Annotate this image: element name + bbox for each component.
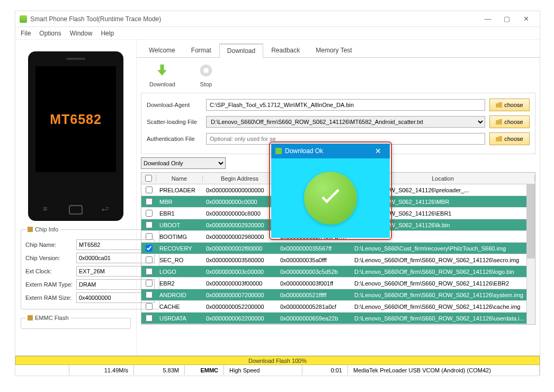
cell-begin: 0x0000000052200000 (203, 304, 277, 310)
phone-speaker-icon (66, 58, 85, 60)
emmc-flash-panel: EMMC Flash (21, 315, 131, 329)
toolbar: Download Stop (137, 58, 540, 93)
cell-location: D:\Lenovo_S660\Cust_firm\recovery\PhilzT… (351, 245, 535, 252)
cell-location: D:\Lenovo_S660\Off_firm\S660_ROW_S062_14… (351, 257, 535, 263)
chip-label: MT6582 (50, 112, 102, 127)
table-row[interactable]: EBR2 0x0000000003f00000 0x0000000003f001… (141, 278, 535, 289)
choose-scatter-button[interactable]: choose (489, 115, 530, 128)
cell-name: LOGO (156, 269, 203, 275)
tab-welcome[interactable]: Welcome (141, 43, 183, 58)
folder-icon (496, 136, 502, 141)
phone-home-icon (69, 205, 83, 215)
row-checkbox[interactable] (146, 315, 153, 322)
download-arrow-icon (155, 63, 169, 79)
cell-begin: 0x0000000002920000 (203, 222, 277, 228)
cell-name: MBR (156, 199, 203, 205)
table-row[interactable]: SEC_RO 0x0000000003580000 0x000000035a0f… (141, 254, 535, 266)
status-speed: 11.49M/s (69, 365, 134, 375)
chip-info-label: Chip Name: (25, 242, 76, 248)
dialog-title-text: Download Ok (285, 147, 323, 155)
app-icon (20, 15, 27, 23)
tab-memory-test[interactable]: Memory Test (308, 43, 360, 58)
cell-begin: 0x0000000003c00000 (203, 269, 277, 275)
table-row[interactable]: ANDROID 0x0000000007200000 0x0000000521f… (141, 289, 535, 301)
row-checkbox[interactable] (146, 233, 153, 240)
menu-window[interactable]: Window (70, 30, 93, 37)
success-check-icon (304, 172, 357, 225)
cell-begin: 0x0000000003580000 (203, 257, 277, 263)
cell-name: SEC_RO (156, 257, 203, 263)
row-checkbox[interactable] (146, 303, 153, 310)
scatter-file-label: Scatter-loading File (147, 119, 206, 125)
choose-auth-button[interactable]: choose (489, 132, 530, 145)
row-checkbox[interactable] (146, 280, 153, 287)
cell-name: CACHE (156, 304, 203, 310)
chip-info-label: Ext Clock: (25, 268, 76, 274)
stop-icon (199, 63, 213, 79)
left-panel: MT6582 ≡ ⮐ Chip Info Chip Name:Chip Vers… (15, 40, 136, 355)
cell-end: 0x000000035a0fff (277, 257, 351, 263)
maximize-button[interactable]: ▢ (497, 13, 516, 25)
row-checkbox[interactable] (146, 268, 153, 275)
table-row[interactable]: CACHE 0x0000000052200000 0x000000005281a… (141, 301, 535, 313)
cell-begin: 0x0000000007200000 (203, 292, 277, 298)
folder-icon (496, 119, 502, 124)
menubar: File Options Window Help (15, 27, 540, 40)
cell-location: D:\Lenovo_S660\Off_firm\S660_ROW_S062_14… (351, 280, 535, 287)
phone-preview: MT6582 ≡ ⮐ (28, 51, 123, 221)
cell-begin: 0x0000000003f00000 (203, 280, 277, 287)
tab-download[interactable]: Download (219, 43, 263, 58)
menu-help[interactable]: Help (101, 30, 114, 37)
cell-begin: 0x0000000000000000 (203, 187, 277, 193)
download-mode-select[interactable]: Download Only (141, 157, 226, 169)
chip-info-label: Extern RAM Size: (25, 295, 76, 301)
download-agent-input[interactable] (206, 99, 485, 111)
choose-agent-button[interactable]: choose (489, 99, 530, 111)
svg-rect-1 (204, 68, 209, 73)
cell-begin: 0x0000000002980000 (203, 234, 277, 240)
row-checkbox[interactable] (146, 245, 153, 252)
cell-begin: 0x0000000002f80000 (203, 245, 277, 252)
status-mode: High Speed (224, 365, 302, 375)
row-checkbox[interactable] (146, 291, 153, 298)
cell-name: UBOOT (156, 222, 203, 228)
download-button[interactable]: Download (149, 63, 175, 87)
row-checkbox[interactable] (146, 198, 153, 205)
table-scrollbar[interactable] (526, 184, 535, 324)
flash-icon (28, 315, 33, 320)
select-all-checkbox[interactable] (145, 175, 152, 182)
cell-end: 0x0000000521fffff (277, 292, 351, 298)
row-checkbox[interactable] (146, 256, 153, 263)
tab-format[interactable]: Format (183, 43, 219, 58)
cell-name: BOOTIMG (156, 234, 203, 240)
row-checkbox[interactable] (146, 221, 153, 228)
chip-icon (28, 227, 33, 232)
stop-button[interactable]: Stop (199, 63, 213, 87)
cell-end: 0x00000000659ea22b (277, 315, 351, 322)
status-device: MediaTek PreLoader USB VCOM (Android) (C… (348, 365, 540, 375)
row-checkbox[interactable] (146, 186, 153, 193)
minimize-button[interactable]: — (478, 13, 497, 25)
scatter-file-select[interactable]: D:\Lenovo_S660\Off_firm\S660_ROW_S062_14… (206, 116, 485, 128)
phone-screen: MT6582 (35, 66, 116, 172)
tab-readback[interactable]: Readback (263, 43, 308, 58)
dialog-close-button[interactable]: ✕ (371, 146, 386, 156)
table-row[interactable]: RECOVERY 0x0000000002f80000 0x0000000035… (141, 243, 535, 254)
table-row[interactable]: USRDATA 0x0000000062200000 0x00000000659… (141, 313, 535, 324)
cell-name: EBR1 (156, 210, 203, 217)
menu-options[interactable]: Options (39, 30, 61, 37)
dialog-icon (275, 148, 282, 154)
status-size: 5.83M (134, 365, 185, 375)
cell-begin: 0x0000000062200000 (203, 315, 277, 322)
status-time: 0:01 (302, 365, 348, 375)
status-empty (15, 365, 69, 375)
cell-name: USRDATA (156, 315, 203, 322)
phone-menu-icon: ≡ (43, 204, 47, 213)
col-name: Name (156, 175, 203, 182)
folder-icon (496, 102, 502, 108)
row-checkbox[interactable] (146, 210, 153, 217)
menu-file[interactable]: File (21, 30, 31, 37)
auth-file-label: Authentication File (147, 136, 206, 142)
close-button[interactable]: ✕ (516, 13, 535, 25)
table-row[interactable]: LOGO 0x0000000003c00000 0x0000000003c5d5… (141, 266, 535, 278)
